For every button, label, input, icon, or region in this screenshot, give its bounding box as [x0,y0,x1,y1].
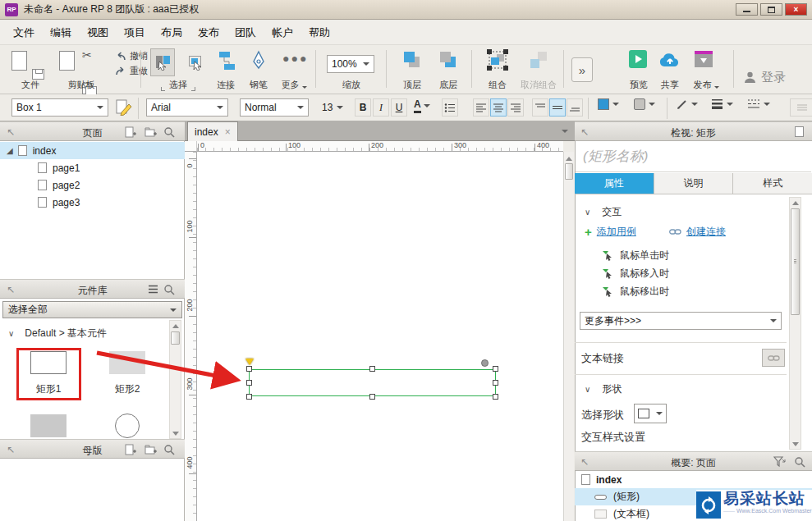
clipboard-group[interactable]: ✂ 剪贴板 [56,45,107,94]
valign-top-button[interactable] [532,98,548,117]
publish-button[interactable]: 发布 [691,45,721,94]
menu-publish[interactable]: 发布 [198,25,219,40]
inspector-scrollbar[interactable] [789,197,801,450]
widgets-search-icon[interactable] [163,284,175,295]
scroll-down-icon[interactable] [170,428,181,438]
valign-bottom-button[interactable] [567,98,583,117]
preview-button[interactable]: 预览 [627,45,650,94]
scrollbar-thumb[interactable] [791,208,800,315]
add-case-link[interactable]: + 添加用例 [585,225,636,239]
resize-handle-se[interactable] [493,394,498,400]
resize-handle-ne[interactable] [493,366,498,372]
tab-list-caret-icon[interactable] [562,130,568,133]
shadow-button[interactable] [634,98,655,110]
page-tree-item-page3[interactable]: page3 [0,194,185,211]
outline-item-index[interactable]: index [575,471,812,488]
menu-account[interactable]: 帐户 [272,25,293,40]
widget-ellipse-shape-icon[interactable] [115,414,140,438]
scroll-up-icon[interactable] [170,321,181,331]
undo-button[interactable]: 撤销 [115,50,148,62]
align-right-button[interactable] [507,98,524,117]
event-mouseenter[interactable]: 鼠标移入时 [602,267,669,281]
add-page-icon[interactable] [125,126,136,138]
file-group[interactable]: 文件 [10,45,51,94]
resize-handle-sw[interactable] [246,394,252,400]
widgets-menu-icon[interactable] [148,285,158,294]
page-tree-item-page1[interactable]: page1 [0,159,185,176]
login-button[interactable]: 登录 [744,45,801,94]
arrow-style-button[interactable] [790,98,812,117]
interaction-style-label[interactable]: 交互样式设置 [581,430,645,445]
menu-team[interactable]: 团队 [235,25,256,40]
tab-properties[interactable]: 属性 [575,173,654,194]
resize-handle-e[interactable] [493,380,498,386]
menu-view[interactable]: 视图 [87,25,108,40]
widget-name-input[interactable] [576,142,811,172]
zoom-select[interactable]: 100% [327,55,374,73]
minimize-button[interactable] [736,3,758,16]
event-onclick[interactable]: 鼠标单击时 [602,249,669,263]
group-button[interactable]: 组合 [483,45,512,94]
outline-search-icon[interactable] [794,456,805,468]
edit-style-icon[interactable] [116,99,132,116]
event-mouseleave[interactable]: 鼠标移出时 [602,285,669,299]
menu-edit[interactable]: 编辑 [50,25,71,40]
scroll-up-icon[interactable] [564,153,574,163]
font-color-button[interactable]: A [414,98,430,113]
filter-icon[interactable] [773,456,786,468]
select-shape-dropdown[interactable] [634,404,667,423]
scrollbar-thumb[interactable] [171,331,180,345]
add-master-icon[interactable] [125,444,136,455]
menu-project[interactable]: 项目 [124,25,145,40]
bullet-list-button[interactable] [442,98,458,117]
widgets-filter-select[interactable]: 选择全部 [2,301,182,318]
redo-button[interactable]: 重做 [115,65,148,77]
resize-handle-n[interactable] [369,366,375,372]
connect-tool[interactable]: 连接 [212,45,240,94]
select-intersect-button[interactable] [150,48,175,76]
align-left-button[interactable] [473,98,489,117]
menu-file[interactable]: 文件 [13,25,34,40]
shape-section-header[interactable]: ∨ 形状 [585,382,622,396]
close-button[interactable]: × [785,3,807,16]
masters-search-icon[interactable] [163,444,175,455]
create-link-link[interactable]: 创建连接 [669,225,726,239]
share-button[interactable]: 共享 [657,45,683,94]
resize-handle-nw[interactable] [246,366,252,372]
interactions-section-header[interactable]: ∨ 交互 [585,205,622,219]
widgets-scrollbar[interactable] [169,320,181,439]
tab-index[interactable]: index × [187,121,238,141]
select-contain-button[interactable] [183,48,208,76]
tab-style[interactable]: 样式 [733,173,812,194]
page-tree-item-index[interactable]: ◢ index [0,142,185,159]
toolbar-expand-button[interactable]: » [571,57,593,82]
selected-rectangle-widget[interactable] [249,369,496,396]
tab-notes[interactable]: 说明 [654,173,734,194]
valign-middle-button[interactable] [549,98,566,117]
more-events-select[interactable]: 更多事件>>> [580,312,782,330]
page-tree-item-page2[interactable]: page2 [0,176,185,194]
line-weight-button[interactable] [711,98,733,109]
tab-close-icon[interactable]: × [225,126,231,138]
font-size-select[interactable]: 13 [317,98,348,117]
resize-handle-w[interactable] [246,380,252,386]
design-canvas[interactable] [197,152,563,521]
bring-front-button[interactable]: 顶层 [397,45,427,94]
align-center-button[interactable] [490,98,507,117]
more-tools[interactable]: ●●● 更多 [278,45,310,94]
widget-style-select[interactable]: Box 1 [11,98,108,117]
line-style-button[interactable] [747,98,770,109]
pages-search-icon[interactable] [163,126,175,138]
scrollbar-thumb[interactable] [565,163,573,180]
add-folder-icon[interactable] [145,126,157,138]
send-back-button[interactable]: 底层 [434,45,463,94]
font-family-select[interactable]: Arial [146,98,228,117]
bold-button[interactable]: B [355,98,371,117]
font-weight-select[interactable]: Normal [240,98,309,117]
widget-item-rect2[interactable]: 矩形2 [96,351,158,396]
scroll-up-icon[interactable] [790,198,801,208]
italic-button[interactable]: I [373,98,389,117]
underline-button[interactable]: U [391,98,407,117]
expanded-caret-icon[interactable]: ◢ [7,146,13,155]
line-color-button[interactable] [677,98,698,110]
